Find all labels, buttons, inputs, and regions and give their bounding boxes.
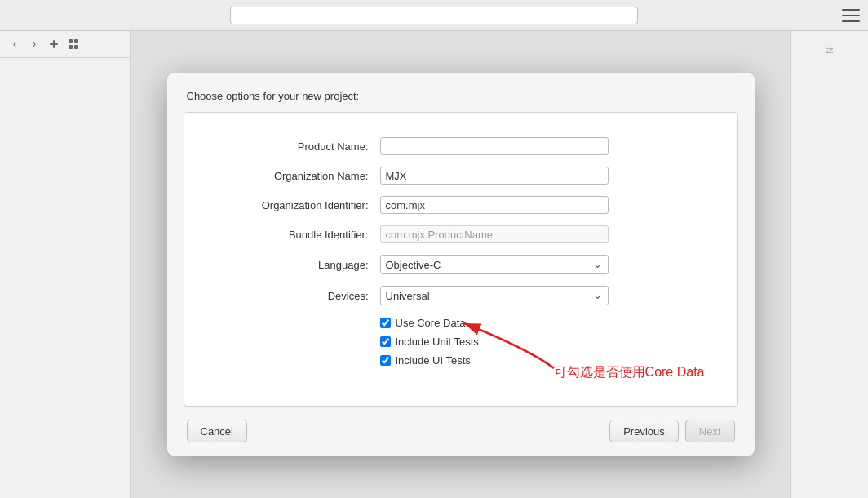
sidebar-icon-bar: ‹ › [0,31,130,58]
svg-rect-4 [69,45,73,49]
dialog-body: Product Name: Organization Name: Organiz… [184,112,738,407]
cancel-button[interactable]: Cancel [187,420,247,442]
top-toolbar [0,0,868,31]
include-unit-tests-checkbox[interactable] [380,336,391,347]
product-name-label: Product Name: [217,140,380,153]
unit-tests-row: Include Unit Tests [380,336,705,348]
search-input[interactable] [230,7,638,24]
devices-row: Devices: Universal iPhone iPad [217,286,705,305]
pin-icon[interactable] [47,38,60,51]
product-name-input[interactable] [380,137,609,155]
bundle-identifier-label: Bundle Identifier: [217,229,380,241]
ui-tests-row: Include UI Tests [380,354,705,367]
use-core-data-checkbox[interactable] [380,318,391,328]
dialog-header: Choose options for your new project: [167,73,755,112]
organization-identifier-label: Organization Identifier: [217,199,380,211]
right-sidebar-label: N [825,47,835,55]
organization-name-input[interactable] [380,167,609,185]
include-unit-tests-label: Include Unit Tests [396,336,479,348]
previous-button[interactable]: Previous [609,420,679,442]
language-row: Language: Objective-C Swift [217,255,705,274]
language-select[interactable]: Objective-C Swift [380,255,609,274]
organization-name-row: Organization Name: [217,167,705,185]
forward-icon[interactable]: › [28,38,41,51]
svg-rect-3 [74,39,78,43]
bundle-identifier-input [380,225,609,243]
language-label: Language: [217,259,380,271]
include-ui-tests-label: Include UI Tests [396,354,471,367]
devices-select[interactable]: Universal iPhone iPad [380,286,609,305]
dialog: Choose options for your new project: Pro… [167,73,755,456]
annotation-text: 可勾选是否使用Core Data [554,365,705,379]
svg-rect-1 [53,40,55,48]
main-content: Choose options for your new project: Pro… [131,31,790,498]
organization-identifier-row: Organization Identifier: [217,196,705,214]
svg-rect-5 [74,45,78,49]
bundle-identifier-row: Bundle Identifier: [217,225,705,243]
use-core-data-label: Use Core Data [396,317,466,329]
include-ui-tests-checkbox[interactable] [380,355,391,366]
right-sidebar: N [790,31,868,498]
organization-name-label: Organization Name: [217,170,380,182]
devices-select-wrapper: Universal iPhone iPad [380,286,609,305]
left-sidebar: ‹ › [0,31,131,498]
dialog-footer: Cancel Previous Next [167,407,755,456]
dialog-title: Choose options for your new project: [187,90,360,102]
menu-icon[interactable] [842,9,860,22]
devices-label: Devices: [217,290,380,302]
core-data-row: Use Core Data [380,317,705,329]
annotation: 可勾选是否使用Core Data [554,364,705,381]
nav-buttons: Previous Next [609,420,734,442]
product-name-row: Product Name: [217,137,705,155]
next-button[interactable]: Next [685,420,735,442]
language-select-wrapper: Objective-C Swift [380,255,609,274]
organization-identifier-input[interactable] [380,196,609,214]
grid-icon[interactable] [67,38,80,51]
back-icon[interactable]: ‹ [8,38,21,51]
svg-rect-2 [69,39,73,43]
